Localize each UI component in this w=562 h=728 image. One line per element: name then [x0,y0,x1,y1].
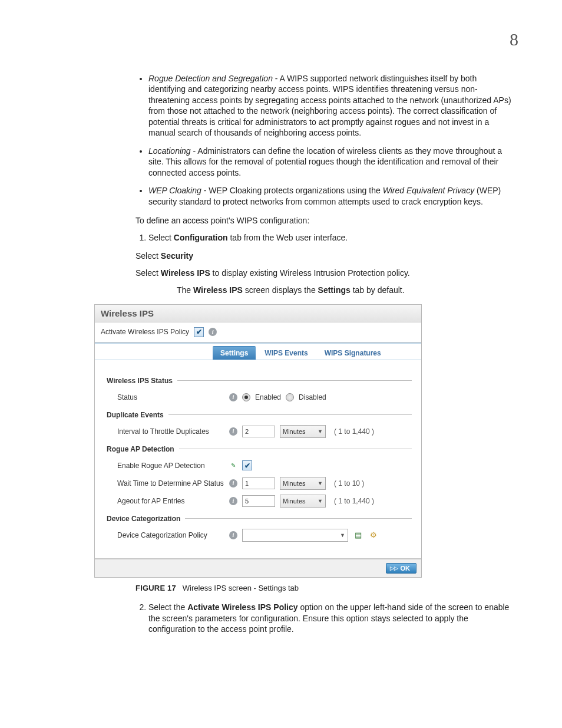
activate-label: Activate Wireless IPS Policy [101,328,189,336]
devcat-select[interactable]: ▼ [242,529,348,542]
panel-body: Wireless IPS Status Status i Enabled Dis… [95,360,421,558]
bullet-term: Locationing [148,146,191,156]
feature-bullets: Rogue Detection and Segregation - A WIPS… [135,73,514,207]
page-number: 8 [41,29,521,50]
select-security: Select Security [135,251,514,262]
chevron-down-icon: ▼ [340,532,345,538]
bullet-term: Rogue Detection and Segregation [148,74,273,83]
group-rogue-ap: Rogue AP Detection [107,445,412,453]
group-device-categorization: Device Categorization [107,515,412,523]
bullet-text: - WEP Cloaking protects organizations us… [201,186,383,195]
group-duplicate-events: Duplicate Events [107,411,412,419]
devcat-label: Device Categorization Policy [117,531,224,539]
interval-range: ( 1 to 1,440 ) [334,427,374,436]
figure-caption: FIGURE 17 Wireless IPS screen - Settings… [135,584,521,592]
panel-title: Wireless IPS [95,305,421,322]
disabled-label: Disabled [299,393,326,401]
steps-list-continued: Select the Activate Wireless IPS Policy … [135,602,514,635]
wireless-ips-panel: Wireless IPS Activate Wireless IPS Polic… [94,304,422,578]
status-label: Status [117,393,224,401]
settings-gear-icon[interactable]: ⚙ [368,530,379,541]
info-icon[interactable]: i [229,479,237,487]
steps-list: Select Configuration tab from the Web us… [135,232,514,243]
figure-label: FIGURE 17 [135,584,176,592]
list-item: Select Configuration tab from the Web us… [148,232,514,243]
figure-text: Wireless IPS screen - Settings tab [183,584,299,592]
info-icon[interactable]: i [229,531,237,539]
chevron-down-icon: ▼ [318,429,323,434]
bullet-text: - Administrators can define the location… [148,146,502,177]
bullet-text: - A WIPS supported network distinguishes… [148,74,511,137]
interval-label: Interval to Throttle Duplicates [117,427,224,436]
tab-settings[interactable]: Settings [213,346,256,360]
list-item: Select the Activate Wireless IPS Policy … [148,602,514,635]
tab-wips-signatures[interactable]: WIPS Signatures [317,346,389,360]
ageout-unit-select[interactable]: Minutes▼ [280,495,326,508]
field-interval: Interval to Throttle Duplicates i Minute… [117,424,412,439]
ok-button[interactable]: ▷▷ OK [386,563,417,574]
radio-disabled[interactable] [286,393,294,401]
fast-forward-icon: ▷▷ [390,565,398,571]
wait-input[interactable] [242,477,275,489]
activate-row: Activate Wireless IPS Policy ✔ i [95,322,421,342]
tab-wips-events[interactable]: WIPS Events [257,346,315,360]
chevron-down-icon: ▼ [318,498,323,504]
activate-checkbox[interactable]: ✔ [194,327,204,337]
chevron-down-icon: ▼ [318,480,323,486]
interval-input[interactable] [242,426,275,437]
field-status: Status i Enabled Disabled [117,390,412,405]
list-item: Locationing - Administrators can define … [148,146,514,178]
info-icon[interactable]: i [229,393,237,401]
select-wireless-ips: Select Wireless IPS to display existing … [135,268,514,279]
interval-unit-select[interactable]: Minutes▼ [280,425,326,438]
wait-range: ( 1 to 10 ) [334,479,364,487]
wait-unit-select[interactable]: Minutes▼ [280,477,326,490]
info-icon[interactable]: i [209,328,217,336]
list-item: Rogue Detection and Segregation - A WIPS… [148,73,514,139]
ageout-range: ( 1 to 1,440 ) [334,497,374,505]
enabled-label: Enabled [255,393,281,401]
wait-label: Wait Time to Determine AP Status [117,479,224,487]
field-ageout: Ageout for AP Entries i Minutes▼ ( 1 to … [117,493,412,509]
ageout-input[interactable] [242,495,275,507]
display-note: The Wireless IPS screen displays the Set… [177,285,514,296]
tab-bar: Settings WIPS Events WIPS Signatures [95,342,421,360]
bullet-term2: Wired Equivalent Privacy [383,186,475,195]
bullet-term: WEP Cloaking [148,186,201,195]
field-wait-time: Wait Time to Determine AP Status i Minut… [117,476,412,491]
radio-enabled[interactable] [242,393,250,401]
enable-rogue-label: Enable Rogue AP Detection [117,462,224,470]
info-icon[interactable]: i [229,427,237,436]
ageout-label: Ageout for AP Entries [117,497,224,505]
intro-text: To define an access point's WIPS configu… [135,215,514,226]
add-policy-icon[interactable]: ▤ [353,530,363,541]
pencil-icon[interactable]: ✎ [229,462,237,470]
field-devcat-policy: Device Categorization Policy i ▼ ▤ ⚙ [117,528,412,543]
enable-rogue-checkbox[interactable]: ✔ [242,460,252,470]
list-item: WEP Cloaking - WEP Cloaking protects org… [148,185,514,207]
field-enable-rogue: Enable Rogue AP Detection ✎ ✔ [117,458,412,473]
panel-footer: ▷▷ OK [95,558,421,577]
info-icon[interactable]: i [229,497,237,505]
group-wireless-ips-status: Wireless IPS Status [107,377,412,385]
